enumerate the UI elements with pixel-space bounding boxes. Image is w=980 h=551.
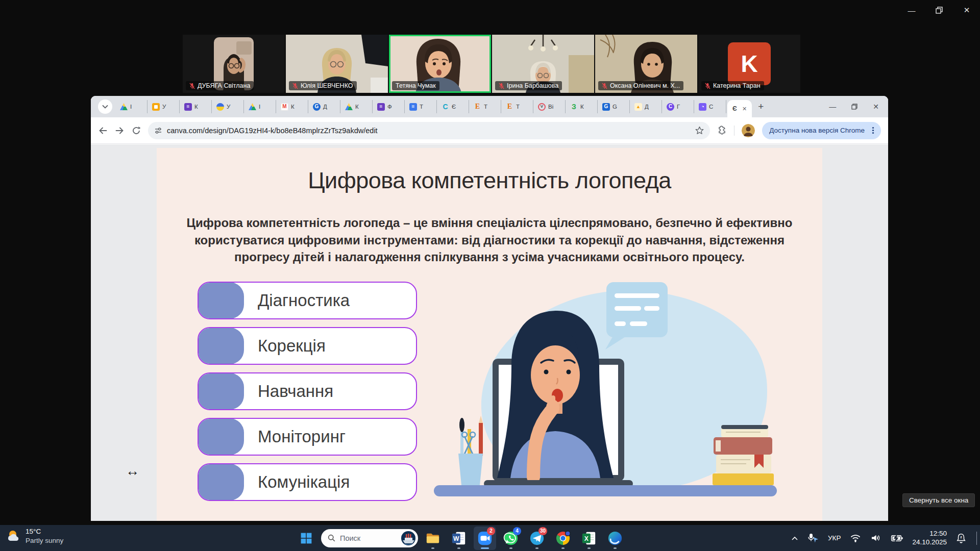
menu-dots-icon[interactable] <box>869 127 877 134</box>
back-icon[interactable] <box>98 126 108 135</box>
slide-title[interactable]: Цифрова компетентність логопеда <box>157 167 822 194</box>
show-desktop-handle[interactable] <box>976 532 977 545</box>
slide-list-item[interactable]: Навчання <box>198 372 417 410</box>
taskbar-app-word[interactable]: W <box>448 527 470 550</box>
presentation-slide[interactable]: Цифрова компетентність логопеда Цифрова … <box>157 148 822 521</box>
slide-list-item[interactable]: Моніторинг <box>198 418 417 456</box>
excel-icon: X <box>581 531 597 546</box>
video-tile[interactable]: Ірина Барбашова <box>492 35 594 93</box>
start-button[interactable] <box>295 527 317 550</box>
browser-tab[interactable]: У <box>148 100 180 113</box>
running-indicator <box>431 547 434 549</box>
slide-list-item-tab <box>198 464 244 500</box>
chrome-update-button[interactable]: Доступна нова версія Chrome <box>762 122 881 139</box>
extensions-icon[interactable] <box>717 126 727 135</box>
browser-close-icon[interactable]: ✕ <box>873 103 879 111</box>
tab-favicon <box>249 103 256 111</box>
tab-title: Т <box>420 104 423 110</box>
notifications-bell-icon[interactable]: z <box>955 533 967 544</box>
restore-icon[interactable] <box>934 5 944 15</box>
browser-toolbar: canva.com/design/DAG19zHI4-k/bo8eB48mplr… <box>91 117 888 144</box>
browser-tab[interactable]: M К <box>276 100 308 113</box>
partly-sunny-icon <box>6 529 21 544</box>
browser-restore-icon[interactable] <box>851 104 857 110</box>
tray-overflow-chevron-icon[interactable] <box>791 536 798 541</box>
resize-cursor-icon: ↔ <box>126 463 139 479</box>
mic-location-indicator-icon[interactable] <box>807 533 819 543</box>
browser-tab[interactable]: E Т <box>469 100 501 113</box>
taskbar-app-zoom[interactable]: 2 <box>474 527 496 550</box>
browser-tab[interactable]: ▲ Д <box>630 100 662 113</box>
browser-minimize-icon[interactable]: — <box>829 103 836 111</box>
browser-tab[interactable]: G Д <box>308 100 340 113</box>
browser-tab[interactable]: ≡ Ф <box>373 100 405 113</box>
tab-close-icon[interactable]: ✕ <box>742 106 747 112</box>
running-indicator <box>535 547 538 549</box>
tab-title: Т <box>484 104 487 110</box>
browser-tab[interactable]: З К <box>566 100 598 113</box>
running-indicator <box>457 547 460 549</box>
taskbar-app-whatsapp[interactable]: 4 <box>500 527 522 550</box>
tab-favicon: ▲ <box>634 103 642 111</box>
tab-favicon: C <box>442 103 449 111</box>
video-tile[interactable]: Юлія ШЕВЧЕНКО <box>286 35 388 93</box>
browser-tab[interactable]: ◔ С <box>694 100 726 113</box>
new-tab-button[interactable]: + <box>758 101 764 112</box>
taskbar-app-file-explorer[interactable] <box>422 527 444 550</box>
slide-list-item[interactable]: Корекція <box>198 327 417 365</box>
browser-tab[interactable]: G G <box>598 100 630 113</box>
browser-tab[interactable]: ≡ Т <box>405 100 437 113</box>
url-text[interactable]: canva.com/design/DAG19zHI4-k/bo8eB48mplr… <box>167 127 378 135</box>
tab-search-button[interactable] <box>98 99 112 114</box>
video-tile[interactable]: K Катерина Таран <box>698 35 800 93</box>
tab-title: К <box>194 104 198 110</box>
browser-tab[interactable]: І <box>244 100 276 113</box>
canva-canvas-area: Цифрова компетентність логопеда Цифрова … <box>91 144 888 521</box>
slide-body-text[interactable]: Цифрова компетентність логопеда – це вмі… <box>186 214 793 266</box>
site-settings-icon[interactable] <box>154 127 162 135</box>
video-tile[interactable]: Оксана Оліневич м. Х... <box>595 35 697 93</box>
browser-tab[interactable]: C Є <box>437 100 469 113</box>
speech-therapist-illustration[interactable] <box>434 278 796 503</box>
taskbar-app-edge[interactable] <box>604 527 626 550</box>
battery-charging-icon[interactable] <box>891 533 903 543</box>
taskbar-app-excel[interactable]: X <box>578 527 600 550</box>
tab-favicon <box>152 103 160 111</box>
participant-name-tag: Оксана Оліневич м. Х... <box>598 81 683 90</box>
close-icon[interactable]: ✕ <box>962 5 972 15</box>
volume-icon[interactable] <box>870 533 882 543</box>
browser-tab[interactable]: ≡ К <box>180 100 212 113</box>
slide-list-item[interactable]: Комунікація <box>198 463 417 501</box>
address-bar[interactable]: canva.com/design/DAG19zHI4-k/bo8eB48mplr… <box>148 122 710 139</box>
participant-name: Ірина Барбашова <box>507 82 558 89</box>
meeting-window-controls: — ✕ <box>906 5 972 15</box>
language-indicator[interactable]: УКР <box>828 534 841 542</box>
video-tile-active-speaker[interactable]: Тетяна Чумак <box>389 35 491 93</box>
taskbar-app-chrome[interactable] <box>552 527 574 550</box>
minimize-icon[interactable]: — <box>906 5 917 15</box>
system-tray: УКР 12:50 24.10.2025 z <box>791 525 980 551</box>
active-tab[interactable]: Є ✕ <box>727 100 752 117</box>
taskbar-app-telegram[interactable]: 30 <box>526 527 548 550</box>
browser-tab[interactable]: V Ві <box>533 100 566 113</box>
slide-list-item[interactable]: Діагностика <box>198 282 417 319</box>
reload-icon[interactable] <box>132 126 141 135</box>
mic-muted-icon <box>292 83 298 89</box>
browser-tab[interactable]: C Г <box>662 100 694 113</box>
profile-avatar[interactable] <box>742 124 755 137</box>
bookmark-star-icon[interactable] <box>695 126 704 135</box>
taskbar-search[interactable]: Поиск <box>321 529 418 547</box>
clock[interactable]: 12:50 24.10.2025 <box>912 530 947 547</box>
browser-tab[interactable]: E Т <box>501 100 533 113</box>
browser-tab[interactable]: І <box>115 100 148 113</box>
participant-name-tag: Юлія ШЕВЧЕНКО <box>289 81 357 90</box>
browser-tab[interactable]: К <box>340 100 373 113</box>
forward-icon[interactable] <box>115 126 125 135</box>
weather-widget[interactable]: 15°C Partly sunny <box>6 527 63 545</box>
mic-muted-icon <box>499 83 504 89</box>
video-tile[interactable]: ДУБЯГА Світлана <box>183 35 285 93</box>
wifi-icon[interactable] <box>849 533 862 543</box>
browser-tab[interactable]: У <box>212 100 244 113</box>
tab-favicon <box>120 103 128 111</box>
edge-icon <box>607 531 623 546</box>
